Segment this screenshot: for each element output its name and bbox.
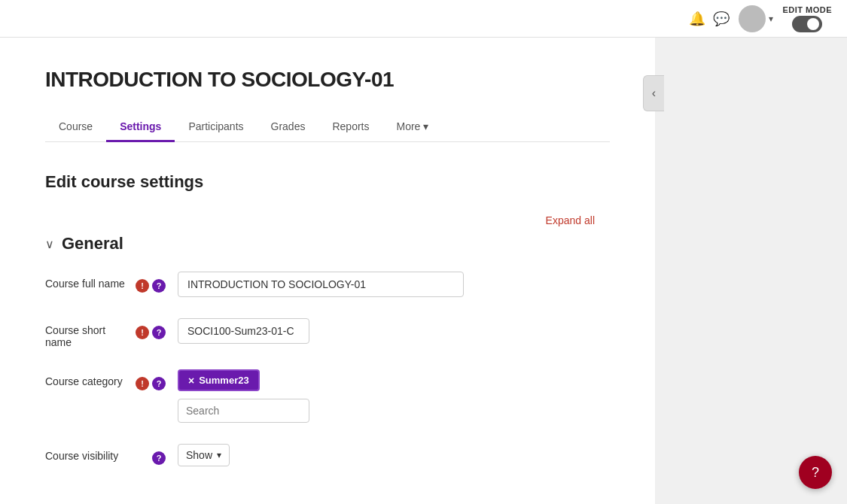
- tab-reports[interactable]: Reports: [318, 113, 382, 142]
- course-short-name-input[interactable]: [178, 318, 309, 344]
- user-avatar-wrapper[interactable]: ▾: [739, 5, 773, 32]
- course-category-label-text: Course category: [45, 375, 131, 387]
- edit-mode-label: EDIT MODE: [782, 5, 832, 14]
- course-category-row: Course category ! ? × Summer23 ▼: [45, 369, 610, 423]
- course-full-name-help-icon[interactable]: ?: [152, 279, 166, 293]
- course-visibility-icons: ?: [152, 450, 166, 465]
- page-title: INTRODUCTION TO SOCIOLOGY-01: [45, 68, 610, 92]
- course-category-remove-icon[interactable]: ×: [188, 375, 194, 386]
- tab-more[interactable]: More ▾: [382, 113, 442, 142]
- expand-all-link[interactable]: Expand all: [546, 214, 595, 226]
- course-category-search-input[interactable]: [178, 399, 309, 422]
- avatar: [739, 5, 766, 32]
- course-short-name-required-icon[interactable]: !: [136, 326, 149, 339]
- course-category-help-icon[interactable]: ?: [152, 377, 166, 390]
- course-category-label: Course category ! ?: [45, 369, 166, 390]
- course-category-required-icon[interactable]: !: [136, 377, 149, 390]
- course-short-name-icons: ! ?: [136, 324, 166, 339]
- panel-collapse-chevron-icon: ‹: [652, 87, 656, 100]
- tab-more-label: More: [396, 120, 420, 132]
- tab-settings[interactable]: Settings: [106, 113, 175, 142]
- course-visibility-label-text: Course visibility: [45, 450, 148, 462]
- course-full-name-row: Course full name ! ?: [45, 272, 610, 297]
- general-section-header: ∨ General: [45, 234, 610, 254]
- topbar-icons: 🔔 💬: [689, 11, 730, 27]
- general-section-title: General: [62, 234, 123, 254]
- collapse-general-icon[interactable]: ∨: [45, 237, 54, 251]
- edit-mode-toggle[interactable]: [792, 16, 822, 32]
- right-panel: ‹: [655, 38, 847, 504]
- tab-participants[interactable]: Participants: [175, 113, 257, 142]
- expand-all-container: Expand all: [45, 214, 610, 226]
- course-full-name-required-icon[interactable]: !: [136, 279, 149, 293]
- edit-mode-section: EDIT MODE: [782, 5, 832, 32]
- course-category-tag: × Summer23: [178, 369, 260, 391]
- topbar: 🔔 💬 ▾ EDIT MODE: [0, 0, 847, 38]
- course-short-name-row: Course short name ! ?: [45, 318, 610, 348]
- tab-more-chevron-icon: ▾: [423, 120, 428, 132]
- course-category-search: ▼: [178, 399, 309, 423]
- tab-course[interactable]: Course: [45, 113, 106, 142]
- content-area: INTRODUCTION TO SOCIOLOGY-01 Course Sett…: [0, 38, 655, 504]
- nav-tabs: Course Settings Participants Grades Repo…: [45, 113, 610, 142]
- course-short-name-help-icon[interactable]: ?: [152, 326, 166, 339]
- course-full-name-input[interactable]: [178, 272, 464, 297]
- avatar-chevron-icon: ▾: [769, 14, 773, 24]
- main-container: INTRODUCTION TO SOCIOLOGY-01 Course Sett…: [0, 38, 847, 504]
- edit-course-settings-title: Edit course settings: [45, 172, 610, 192]
- course-short-name-control: [178, 318, 610, 344]
- fab-button[interactable]: ?: [799, 456, 832, 489]
- course-category-tag-label: Summer23: [199, 375, 248, 386]
- tab-grades[interactable]: Grades: [257, 113, 319, 142]
- course-short-name-label: Course short name ! ?: [45, 318, 166, 348]
- course-full-name-icons: ! ?: [136, 278, 166, 293]
- chat-icon[interactable]: 💬: [713, 11, 730, 27]
- general-section: ∨ General Course full name ! ?: [45, 234, 610, 466]
- course-visibility-control: Show ▾: [178, 444, 610, 466]
- course-visibility-label: Course visibility ?: [45, 444, 166, 465]
- fab-icon: ?: [812, 465, 819, 481]
- course-full-name-label: Course full name ! ?: [45, 272, 166, 293]
- panel-collapse-button[interactable]: ‹: [643, 75, 664, 111]
- bell-icon[interactable]: 🔔: [689, 11, 705, 27]
- course-full-name-control: [178, 272, 610, 297]
- course-category-control: × Summer23 ▼: [178, 369, 610, 423]
- course-visibility-arrow-icon: ▾: [217, 450, 221, 460]
- course-visibility-help-icon[interactable]: ?: [152, 451, 166, 465]
- course-visibility-select[interactable]: Show ▾: [178, 444, 230, 466]
- course-visibility-value: Show: [186, 449, 212, 461]
- course-visibility-row: Course visibility ? Show ▾: [45, 444, 610, 466]
- course-short-name-label-text: Course short name: [45, 324, 131, 348]
- course-category-icons: ! ?: [136, 375, 166, 390]
- course-full-name-label-text: Course full name: [45, 278, 131, 290]
